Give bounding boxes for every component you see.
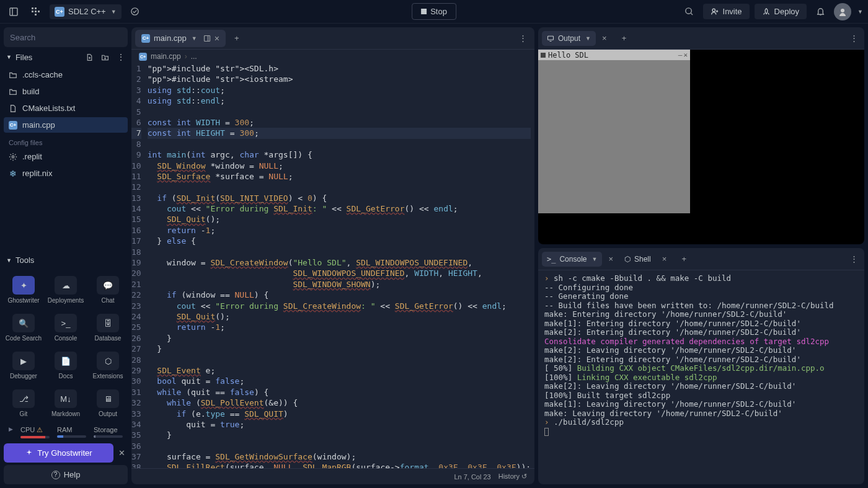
svg-rect-0 xyxy=(10,8,17,16)
tool-icon: M↓ xyxy=(55,389,77,408)
chevron-down-icon[interactable]: ▼ xyxy=(192,35,197,42)
chevron-down-icon: ▼ xyxy=(111,9,117,15)
console-output[interactable]: › sh -c cmake -Bbuild . && make -C build… xyxy=(538,270,864,484)
cpp-icon: C+ xyxy=(139,53,147,61)
add-tab-button[interactable]: + xyxy=(229,31,244,46)
sdl-window-title: Hello SDL xyxy=(548,51,588,60)
tool-chat[interactable]: 💬Chat xyxy=(88,272,128,308)
close-icon[interactable]: × xyxy=(598,33,611,43)
panel-icon[interactable] xyxy=(203,35,211,42)
tool-icon: 🖥 xyxy=(97,389,119,408)
file-item[interactable]: C+main.cpp xyxy=(4,117,128,133)
tool-icon: ✦ xyxy=(12,276,35,295)
file-list: .ccls-cachebuildCMakeLists.txtC+main.cpp xyxy=(4,67,128,133)
cursor-position: Ln 7, Col 23 xyxy=(454,473,490,481)
file-item[interactable]: .ccls-cache xyxy=(4,67,128,82)
deploy-button[interactable]: Deploy xyxy=(755,4,807,19)
invite-button[interactable]: Invite xyxy=(703,4,750,19)
tool-docs[interactable]: 📄Docs xyxy=(46,348,86,383)
tool-debugger[interactable]: ▶Debugger xyxy=(4,348,43,383)
help-icon: ? xyxy=(51,471,60,479)
more-icon[interactable]: ⋮ xyxy=(117,52,125,62)
output-pane: Output ▼ × + ⋮ Hello SDL — xyxy=(538,27,864,244)
minimize-icon[interactable]: — xyxy=(678,51,683,59)
tool-database[interactable]: 🗄Database xyxy=(88,310,128,345)
close-icon[interactable]: × xyxy=(658,254,671,264)
close-icon[interactable]: × xyxy=(215,33,219,43)
tool-extensions[interactable]: ⬡Extensions xyxy=(88,348,128,383)
search-input[interactable]: Search xyxy=(4,27,128,47)
code-editor[interactable]: 1234567891011121314151617181920212223242… xyxy=(131,63,534,468)
add-tab-button[interactable]: + xyxy=(617,31,632,46)
chevron-down-icon[interactable]: ▼ xyxy=(857,9,863,15)
tool-ghostwriter[interactable]: ✦Ghostwriter xyxy=(4,272,43,308)
tool-icon: ⬡ xyxy=(97,352,119,370)
close-icon[interactable]: ✕ xyxy=(683,51,688,59)
config-files-label: Config files xyxy=(4,136,128,149)
project-selector[interactable]: C+ SDL2 C++ ▼ xyxy=(50,4,122,19)
breadcrumb[interactable]: C+ main.cpp › ... xyxy=(131,50,534,63)
user-avatar[interactable] xyxy=(834,3,851,20)
file-item[interactable]: build xyxy=(4,84,128,99)
svg-rect-4 xyxy=(32,11,33,12)
tool-deployments[interactable]: ☁Deployments xyxy=(46,272,86,308)
console-tab[interactable]: >_ Console ▼ xyxy=(542,252,602,267)
svg-rect-2 xyxy=(32,7,33,9)
gear-icon xyxy=(9,153,17,161)
history-button[interactable]: History ↺ xyxy=(498,472,527,481)
output-tab[interactable]: Output ▼ xyxy=(542,31,596,46)
folder-icon xyxy=(9,87,17,96)
monitor-icon xyxy=(547,35,554,42)
output-canvas[interactable]: Hello SDL — ✕ xyxy=(538,50,864,244)
stop-icon xyxy=(421,9,427,14)
chevron-down-icon: ▼ xyxy=(591,256,597,262)
more-icon[interactable]: ⋮ xyxy=(848,33,861,43)
close-icon[interactable]: × xyxy=(604,254,617,264)
tool-git[interactable]: ⎇Git xyxy=(4,386,43,421)
tool-output[interactable]: 🖥Output xyxy=(88,386,128,421)
tool-icon: 🔍 xyxy=(12,314,35,332)
notifications-icon[interactable] xyxy=(812,3,829,20)
project-name: SDL2 C++ xyxy=(68,7,106,16)
config-list: .replit❄replit.nix xyxy=(4,149,128,181)
tab-menu-icon[interactable]: ⋮ xyxy=(515,33,531,43)
file-item[interactable]: CMakeLists.txt xyxy=(4,100,128,116)
status-icon[interactable] xyxy=(126,3,144,20)
svg-point-9 xyxy=(686,8,691,14)
shell-icon: ⬡ xyxy=(624,255,631,264)
search-icon[interactable] xyxy=(681,3,698,20)
tool-console[interactable]: >_Console xyxy=(46,310,86,345)
resource-bar: ▶ CPU ⚠ RAM Storage xyxy=(4,424,128,441)
tool-markdown[interactable]: M↓Markdown xyxy=(46,386,86,421)
config-file-item[interactable]: ❄replit.nix xyxy=(4,166,128,181)
right-panel: Output ▼ × + ⋮ Hello SDL — xyxy=(538,27,864,484)
svg-point-11 xyxy=(712,9,715,11)
files-header[interactable]: ▼ Files ⋮ xyxy=(4,47,128,67)
svg-point-14 xyxy=(841,9,844,12)
tool-code-search[interactable]: 🔍Code Search xyxy=(4,310,43,345)
new-folder-icon[interactable] xyxy=(101,53,109,61)
tool-icon: 🗄 xyxy=(97,314,119,332)
editor-tab[interactable]: C+ main.cpp ▼ × xyxy=(135,30,226,47)
ghostwriter-button[interactable]: Try Ghostwriter xyxy=(4,443,113,463)
more-icon[interactable]: ⋮ xyxy=(848,254,861,264)
add-tab-button[interactable]: + xyxy=(676,252,691,267)
grid-apps-icon[interactable] xyxy=(27,3,45,20)
config-file-item[interactable]: .replit xyxy=(4,149,128,164)
stop-button[interactable]: Stop xyxy=(412,3,456,20)
sparkle-icon xyxy=(25,449,33,458)
close-icon[interactable]: ✕ xyxy=(116,448,128,458)
tool-icon: 💬 xyxy=(97,276,119,295)
svg-rect-5 xyxy=(35,11,37,12)
left-panel: Search ▼ Files ⋮ .ccls-cachebuildCMakeLi… xyxy=(0,24,131,488)
editor-status-bar: Ln 7, Col 23 History ↺ xyxy=(131,468,534,484)
help-button[interactable]: ? Help xyxy=(4,465,128,484)
shell-tab[interactable]: ⬡ Shell xyxy=(619,252,656,267)
sidebar-toggle-icon[interactable] xyxy=(5,3,22,20)
tools-header[interactable]: ▼ Tools xyxy=(4,251,128,270)
new-file-icon[interactable] xyxy=(86,53,94,61)
cpp-icon: C+ xyxy=(9,121,17,130)
tools-grid: ✦Ghostwriter☁Deployments💬Chat🔍Code Searc… xyxy=(4,270,128,424)
sdl-window: Hello SDL — ✕ xyxy=(538,50,690,213)
rocket-icon xyxy=(762,7,771,16)
